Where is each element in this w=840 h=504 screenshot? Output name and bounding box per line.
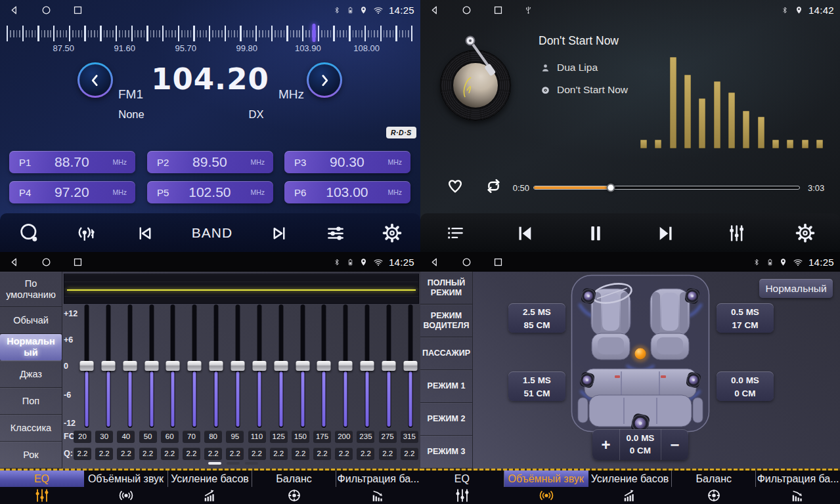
nav-recents-button[interactable] [493, 256, 504, 268]
audio-settings-button[interactable] [726, 223, 746, 243]
tab-balance[interactable]: Баланс [252, 471, 336, 504]
nav-recents-button[interactable] [72, 256, 83, 268]
nav-back-button[interactable] [430, 256, 441, 268]
nav-home-button[interactable] [461, 4, 472, 16]
mode-item-passenger[interactable]: ПАССАЖИР [420, 337, 472, 370]
preset-button-p3[interactable]: P390.30MHz [284, 151, 410, 173]
tab-balance[interactable]: Баланс [672, 471, 756, 504]
fc-chip[interactable]: 60 [161, 430, 179, 443]
mode-item-driver[interactable]: РЕЖИМ ВОДИТЕЛЯ [420, 304, 472, 337]
eq-band-slider[interactable] [252, 304, 267, 428]
nav-recents-button[interactable] [72, 4, 83, 16]
fc-chip[interactable]: 125 [270, 430, 288, 443]
tab-bass-boost[interactable]: Усиление басов [168, 471, 252, 504]
pause-button[interactable] [585, 222, 606, 243]
delay-front-right[interactable]: 0.5 MS17 CM [717, 303, 774, 333]
fc-chip[interactable]: 50 [139, 430, 157, 443]
fc-chip[interactable]: 175 [313, 430, 331, 443]
playlist-button[interactable] [445, 223, 465, 243]
eq-band-slider[interactable] [187, 304, 202, 428]
tab-surround[interactable]: Объёмный звук [84, 471, 168, 504]
fc-chip[interactable]: 80 [204, 430, 222, 443]
eq-band-slider[interactable] [403, 304, 418, 428]
settings-button[interactable] [795, 223, 815, 243]
eq-band-slider[interactable] [208, 304, 224, 428]
delay-rear-right[interactable]: 0.0 MS0 CM [717, 371, 774, 401]
progress-thumb[interactable] [607, 184, 615, 192]
next-track-button[interactable] [655, 222, 676, 243]
nav-home-button[interactable] [41, 256, 52, 268]
q-chip[interactable]: 2.2 [401, 448, 418, 460]
eq-band-slider[interactable] [273, 304, 289, 428]
tab-eq[interactable]: EQ [0, 471, 84, 504]
fc-chip[interactable]: 70 [183, 430, 200, 443]
mode-item-1[interactable]: РЕЖИМ 1 [420, 370, 472, 403]
tab-bass-boost[interactable]: Усиление басов [588, 471, 673, 504]
tab-eq[interactable]: EQ [420, 471, 504, 504]
mode-item-3[interactable]: РЕЖИМ 3 [420, 436, 472, 469]
tune-down-button[interactable] [77, 62, 113, 98]
broadcast-button[interactable] [76, 222, 99, 244]
fc-chip[interactable]: 315 [401, 430, 418, 443]
delay-rear-left[interactable]: 1.5 MS51 CM [508, 371, 565, 401]
fc-chip[interactable]: 110 [248, 430, 266, 443]
eq-band-slider[interactable] [338, 304, 353, 428]
nav-home-button[interactable] [461, 256, 472, 268]
eq-preset-item[interactable]: Джаз [0, 361, 62, 388]
eq-band-slider[interactable] [316, 304, 332, 428]
eq-band-slider[interactable] [295, 304, 311, 428]
seek-previous-button[interactable] [135, 223, 155, 243]
mode-item-full[interactable]: ПОЛНЫЙ РЕЖИМ [420, 272, 472, 304]
eq-band-slider[interactable] [79, 304, 95, 428]
tuning-scale[interactable]: 87.50 91.60 95.70 99.80 103.90 108.00 [7, 24, 414, 52]
repeat-button[interactable] [483, 176, 504, 196]
fc-chip[interactable]: 275 [379, 430, 397, 443]
preset-button-p1[interactable]: P188.70MHz [9, 151, 135, 173]
q-chip[interactable]: 2.2 [270, 448, 288, 460]
q-chip[interactable]: 2.2 [74, 448, 91, 460]
q-chip[interactable]: 2.2 [379, 448, 397, 460]
delay-front-left[interactable]: 2.5 MS85 CM [508, 303, 565, 333]
q-chip[interactable]: 2.2 [248, 448, 266, 460]
nav-back-button[interactable] [9, 256, 20, 268]
eq-preset-item[interactable]: Обычай [0, 307, 62, 334]
eq-preset-item[interactable]: Нормальный [0, 334, 62, 361]
fc-chip[interactable]: 200 [335, 430, 353, 443]
tuning-pointer[interactable] [313, 24, 316, 42]
q-chip[interactable]: 2.2 [292, 448, 309, 460]
q-chip[interactable]: 2.2 [335, 448, 353, 460]
fc-chip[interactable]: 30 [95, 430, 113, 443]
q-chip[interactable]: 2.2 [313, 448, 331, 460]
nav-back-button[interactable] [430, 4, 441, 16]
fc-chip[interactable]: 235 [357, 430, 374, 443]
fc-chip[interactable]: 150 [292, 430, 309, 443]
scan-button[interactable] [18, 222, 39, 243]
eq-band-slider[interactable] [230, 304, 246, 428]
delay-decrease-button[interactable]: − [661, 429, 688, 460]
mode-item-2[interactable]: РЕЖИМ 2 [420, 403, 472, 436]
q-chip[interactable]: 2.2 [139, 448, 157, 460]
eq-band-slider[interactable] [381, 304, 397, 428]
eq-band-slider[interactable] [144, 304, 160, 428]
settings-button[interactable] [382, 223, 402, 243]
q-chip[interactable]: 2.2 [161, 448, 179, 460]
fc-chip[interactable]: 20 [74, 430, 91, 443]
tab-filter[interactable]: Фильтрация ба... [756, 471, 840, 504]
eq-band-slider[interactable] [165, 304, 181, 428]
profile-button[interactable]: Нормальный [759, 279, 833, 298]
fc-chip[interactable]: 40 [117, 430, 135, 443]
preset-button-p2[interactable]: P289.50MHz [147, 151, 273, 173]
eq-preset-item[interactable]: Поп [0, 388, 62, 415]
seek-next-button[interactable] [269, 223, 289, 243]
q-chip[interactable]: 2.2 [117, 448, 135, 460]
tab-surround[interactable]: Объёмный звук [504, 471, 588, 504]
q-chip[interactable]: 2.2 [357, 448, 374, 460]
q-chip[interactable]: 2.2 [226, 448, 244, 460]
favorite-button[interactable] [445, 176, 465, 196]
tune-up-button[interactable] [307, 62, 342, 98]
previous-track-button[interactable] [514, 222, 535, 243]
audio-settings-button[interactable] [326, 223, 345, 243]
delay-increase-button[interactable]: + [592, 429, 620, 460]
eq-preset-item[interactable]: По умолчанию [0, 272, 62, 307]
eq-band-slider[interactable] [100, 304, 116, 428]
